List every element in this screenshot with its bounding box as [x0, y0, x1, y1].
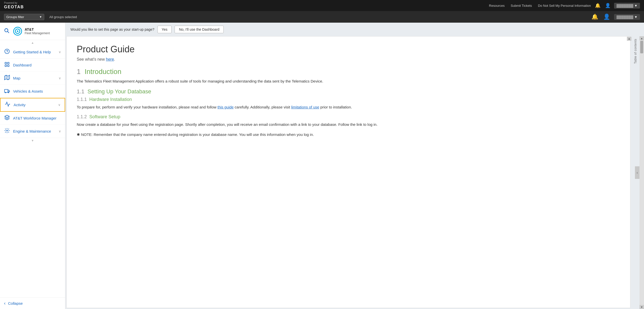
sidebar: AT&T Fleet Management ▲ Getting Started … [0, 23, 65, 309]
sidebar-item-vehicles[interactable]: Vehicles & Assets [0, 85, 65, 98]
engine-icon [4, 128, 10, 135]
svg-rect-14 [5, 89, 8, 92]
section-1-body: The Telematics Fleet Management Applicat… [77, 78, 618, 84]
doc-scroll-up-area: ▲ [627, 36, 631, 41]
groups-filter-dropdown[interactable]: Groups filter ▼ [4, 14, 44, 20]
bell-icon: 🔔 [595, 3, 600, 8]
filter-selected-value: All groups selected [49, 15, 77, 19]
section-1-1-title: Setting Up Your Database [88, 88, 151, 95]
sidebar-item-engine[interactable]: Engine & Maintenance ∨ [0, 125, 65, 138]
section-1-num: 1 [77, 68, 81, 75]
topbar-right: 🔔 👤 ▓▓▓▓▓▓▓ ▼ [594, 2, 640, 9]
section-1-1-2-heading: 1.1.2 Software Setup [77, 114, 618, 120]
submit-tickets-link[interactable]: Submit Tickets [511, 4, 532, 8]
scroll-thumb[interactable] [640, 41, 643, 53]
topbar-nav: Resources Submit Tickets Do Not Sell My … [489, 4, 591, 8]
sidebar-item-att-workforce[interactable]: AT&T Workforce Manager [0, 112, 65, 125]
doc-content: Product Guide See what's new here. 1 Int… [66, 36, 630, 308]
sidebar-item-getting-started[interactable]: Getting Started & Help ∨ [0, 46, 65, 59]
svg-rect-8 [8, 62, 9, 64]
this-guide-link[interactable]: this guide [217, 105, 233, 109]
dashboard-label: Dashboard [13, 63, 61, 67]
hardware-body-post: prior to installation. [319, 105, 352, 109]
sidebar-item-map[interactable]: Map ∨ [0, 72, 65, 85]
groups-filter-label: Groups filter [6, 15, 24, 19]
topbar: Powered by GEOTAB Resources Submit Ticke… [0, 0, 644, 11]
activity-label: Activity [14, 103, 55, 107]
engine-label: Engine & Maintenance [13, 129, 56, 133]
notification-button[interactable]: 🔔 [594, 2, 601, 9]
doc-scrollbar: ▲ ▼ [639, 36, 644, 309]
doc-scroll-up-button[interactable]: ▲ [627, 37, 631, 41]
hardware-body-mid: carefully. Additionally, please visit [234, 105, 291, 109]
limitations-link[interactable]: limitations of use [291, 105, 319, 109]
sidebar-item-dashboard[interactable]: Dashboard [0, 59, 65, 72]
section-1-1-heading: 1.1 Setting Up Your Database [77, 88, 618, 95]
svg-line-1 [8, 31, 9, 33]
username-label: ▓▓▓▓▓▓▓ [617, 4, 633, 8]
org-name-sub: Fleet Management [25, 31, 50, 35]
filterbar-account-button[interactable]: ▓▓▓▓▓▓▓ ▼ [614, 14, 640, 20]
scrollbar-up-button[interactable]: ▲ [639, 36, 644, 40]
search-icon [4, 29, 10, 34]
topbar-logo: Powered by GEOTAB [4, 2, 486, 9]
filterbar-account-label: ▓▓▓▓▓▓▓ [617, 15, 633, 19]
brand-name: GEOTAB [4, 5, 24, 9]
doc-subtitle: See what's new here. [77, 57, 618, 62]
panel-collapse-icon: ‹ [637, 171, 638, 175]
filterbar-bell-icon: 🔔 [591, 14, 598, 20]
toc-label[interactable]: Table of contents [634, 39, 637, 64]
startup-banner: Would you like to set this page as your … [65, 23, 644, 36]
scroll-down-icon: ▼ [31, 139, 34, 142]
sidebar-search-button[interactable] [3, 27, 11, 36]
org-logo [13, 27, 22, 36]
privacy-link[interactable]: Do Not Sell My Personal Information [538, 4, 591, 8]
doc-title: Product Guide [77, 44, 618, 55]
panel-collapse-button[interactable]: ‹ [635, 166, 639, 179]
activity-icon [5, 101, 11, 108]
sidebar-item-activity[interactable]: Activity ∨ [0, 98, 65, 112]
dashboard-icon [4, 62, 10, 68]
getting-started-label: Getting Started & Help [13, 50, 56, 54]
startup-yes-button[interactable]: Yes [157, 26, 172, 33]
org-name: AT&T Fleet Management [25, 27, 50, 35]
vehicles-label: Vehicles & Assets [13, 89, 61, 93]
filterbar-user-icon: 👤 [603, 14, 610, 20]
section-1-1-1-heading: 1.1.1 Hardware Installation [77, 97, 618, 102]
svg-rect-7 [5, 62, 7, 64]
map-label: Map [13, 76, 56, 80]
engine-chevron: ∨ [59, 129, 61, 133]
doc-subtitle-text: See what's new [77, 57, 106, 61]
resources-link[interactable]: Resources [489, 4, 505, 8]
powered-by-text: Powered by GEOTAB [4, 2, 24, 9]
svg-point-4 [17, 30, 18, 32]
user-profile-button[interactable]: 👤 [604, 2, 612, 9]
filterbar-account-chevron: ▼ [634, 15, 637, 19]
svg-rect-10 [8, 65, 9, 66]
getting-started-icon [4, 49, 10, 55]
scroll-up-icon: ▲ [31, 41, 34, 45]
sidebar-header: AT&T Fleet Management [0, 23, 65, 40]
sidebar-collapse-button[interactable]: ‹ Collapse [0, 297, 65, 309]
startup-question: Would you like to set this page as your … [70, 27, 154, 31]
filterbar-user-button[interactable]: 👤 [602, 13, 611, 21]
content-area: Would you like to set this page as your … [65, 23, 644, 309]
main-layout: AT&T Fleet Management ▲ Getting Started … [0, 23, 644, 309]
user-menu-button[interactable]: ▓▓▓▓▓▓▓ ▼ [614, 3, 640, 9]
doc-container: ▲ Product Guide See what's new here. 1 I… [65, 36, 644, 309]
startup-no-button[interactable]: No, I'll use the Dashboard [175, 26, 224, 33]
scrollbar-down-button[interactable]: ▼ [639, 305, 644, 309]
user-icon: 👤 [605, 3, 611, 8]
svg-marker-11 [5, 75, 10, 80]
filterbar-notification-button[interactable]: 🔔 [590, 13, 599, 21]
section-1-1-2-num: 1.1.2 [77, 114, 87, 119]
activity-chevron: ∨ [58, 103, 61, 107]
user-menu-chevron: ▼ [634, 4, 637, 8]
sidebar-scroll-down: ▼ [0, 138, 65, 143]
doc-here-link[interactable]: here [106, 57, 114, 61]
map-chevron: ∨ [59, 76, 61, 80]
att-workforce-label: AT&T Workforce Manager [13, 116, 61, 120]
svg-rect-9 [5, 65, 7, 66]
hardware-body-pre: To prepare for, perform and verify your … [77, 105, 217, 109]
scroll-track [640, 41, 643, 304]
